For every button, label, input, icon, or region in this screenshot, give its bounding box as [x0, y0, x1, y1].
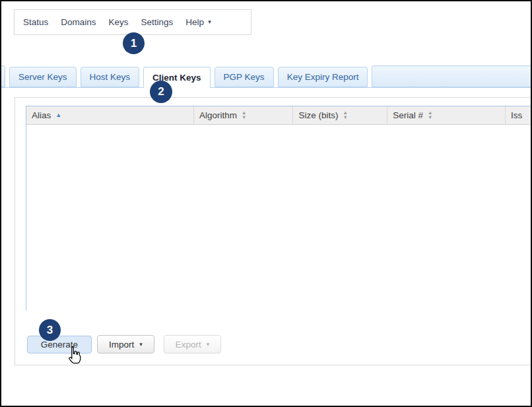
column-label: Iss — [511, 110, 522, 120]
key-type-tabbar: Server Keys Host Keys Client Keys PGP Ke… — [1, 65, 531, 88]
client-keys-panel: Alias ▲ Algorithm ▲ ▼ Size (bits) ▲ ▼ — [15, 97, 532, 365]
app-window: Status Domains Keys Settings Help ▾ 1 Se… — [0, 0, 532, 407]
sort-down-glyph: ▼ — [343, 116, 348, 120]
menu-item-keys[interactable]: Keys — [109, 17, 129, 27]
tab-label: Host Keys — [90, 72, 131, 82]
menu-item-status[interactable]: Status — [23, 17, 48, 27]
tab-label: Server Keys — [18, 72, 67, 82]
step-badge-2: 2 — [150, 81, 172, 103]
tab-host-keys[interactable]: Host Keys — [81, 67, 140, 87]
export-button-disabled: Export ▾ — [164, 335, 221, 353]
sort-down-glyph: ▼ — [242, 116, 246, 120]
menu-item-help[interactable]: Help ▾ — [185, 17, 211, 27]
menu-item-domains[interactable]: Domains — [61, 17, 96, 27]
sort-down-glyph: ▼ — [428, 116, 432, 120]
column-label: Algorithm — [199, 110, 237, 120]
caret-down-icon: ▾ — [207, 342, 210, 348]
sort-both-icon: ▲ ▼ — [242, 111, 246, 120]
tab-label: Key Expiry Report — [287, 72, 359, 82]
column-label: Size (bits) — [298, 110, 338, 120]
step-badge-1: 1 — [123, 32, 145, 54]
menu-item-label: Domains — [61, 17, 96, 27]
button-label: Import — [109, 340, 134, 350]
menu-item-label: Keys — [109, 17, 129, 27]
sort-both-icon: ▲ ▼ — [428, 111, 432, 120]
tab-key-expiry-report[interactable]: Key Expiry Report — [278, 67, 368, 87]
tabbar-right-filler — [372, 65, 531, 87]
sort-ascending-icon: ▲ — [55, 112, 61, 118]
hand-pointer-cursor-icon — [67, 346, 82, 367]
menu-item-label: Status — [23, 17, 48, 27]
client-keys-table: Alias ▲ Algorithm ▲ ▼ Size (bits) ▲ ▼ — [26, 106, 532, 311]
step-badge-3: 3 — [39, 319, 61, 341]
button-label: Export — [176, 340, 201, 350]
table-body-empty — [26, 125, 532, 311]
column-label: Alias — [32, 110, 51, 120]
column-header-alias[interactable]: Alias ▲ — [26, 106, 194, 124]
column-header-algorithm[interactable]: Algorithm ▲ ▼ — [194, 106, 294, 124]
main-menubar: Status Domains Keys Settings Help ▾ — [14, 9, 251, 35]
column-header-issuer-clipped[interactable]: Iss — [506, 106, 532, 124]
tab-server-keys[interactable]: Server Keys — [9, 67, 77, 87]
menu-item-settings[interactable]: Settings — [141, 17, 174, 27]
column-label: Serial # — [393, 110, 423, 120]
sort-both-icon: ▲ ▼ — [343, 111, 348, 120]
menu-item-label: Settings — [141, 17, 174, 27]
column-header-size-bits[interactable]: Size (bits) ▲ ▼ — [293, 106, 387, 124]
caret-down-icon: ▾ — [208, 19, 211, 25]
table-header-row: Alias ▲ Algorithm ▲ ▼ Size (bits) ▲ ▼ — [26, 106, 532, 125]
tabbar-left-filler — [1, 65, 5, 87]
column-header-serial[interactable]: Serial # ▲ ▼ — [387, 106, 506, 124]
caret-down-icon: ▾ — [139, 342, 143, 348]
menu-item-label: Help — [185, 17, 204, 27]
import-button[interactable]: Import ▾ — [97, 335, 154, 353]
generate-button[interactable]: Generate — [27, 336, 92, 353]
tab-pgp-keys[interactable]: PGP Keys — [215, 67, 274, 87]
tab-label: PGP Keys — [224, 72, 265, 82]
